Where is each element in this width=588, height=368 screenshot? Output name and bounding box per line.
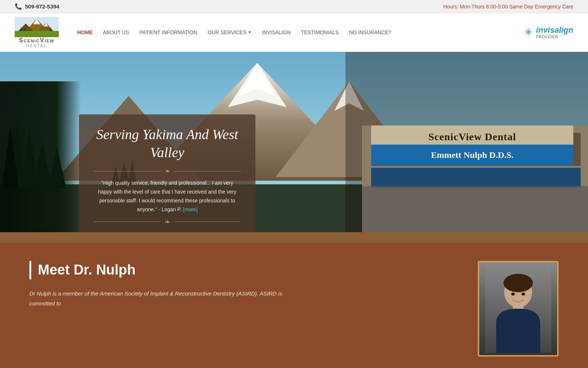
hero-quote-text: "High quality service, friendly and prof… (94, 179, 241, 214)
meet-title-bar: Meet Dr. Nulph (29, 261, 448, 279)
divider-line-left (94, 171, 161, 171)
nav-link-services[interactable]: OUR SERVICES ▼ (208, 29, 251, 35)
doctor-photo (479, 262, 557, 355)
title-accent-bar (29, 261, 31, 279)
svg-point-35 (503, 274, 533, 292)
nav-link-insurance[interactable]: NO INSURANCE? (349, 29, 391, 35)
hero-content-box: Serving Yakima And West Valley ❧ "High q… (79, 114, 255, 232)
nav-links: HOME ABOUT US PATIENT INFORMATION OUR SE… (77, 29, 513, 35)
hero-divider-top: ❧ (94, 167, 241, 175)
building-sign: ScenicView Dental Emmett Nulph D.D.S. (371, 125, 573, 166)
ornament-icon: ❧ (165, 167, 170, 175)
phone-icon: 📞 (15, 3, 22, 10)
logo-text-line1: ScenicView (19, 37, 54, 44)
top-bar: 📞 509-972-5394 Hours: Mon-Thurs 8:00-5:0… (0, 0, 588, 13)
nav-link-about[interactable]: ABOUT US (103, 29, 129, 35)
doctor-silhouette-icon (485, 265, 551, 353)
logo-text-line2: Dental (19, 44, 54, 48)
hours-text: Hours: Mon-Thurs 8:00-5:00 Same Day Emer… (443, 4, 573, 10)
divider-line-left-2 (94, 222, 161, 222)
services-label: OUR SERVICES (208, 29, 247, 35)
invisalign-logo-text: invisalign (536, 25, 573, 35)
meet-content: Meet Dr. Nulph Dr Nulph is a member of t… (29, 261, 448, 308)
hero-title: Serving Yakima And West Valley (94, 125, 241, 162)
ornament-icon-2: ❧ (165, 218, 170, 226)
hero-divider-bottom: ❧ (94, 218, 241, 226)
dropdown-arrow-icon: ▼ (248, 30, 252, 34)
meet-description: Dr Nulph is a member of the American Soc… (29, 289, 287, 308)
divider-line-right-2 (174, 222, 241, 222)
brown-stripe (0, 232, 588, 243)
svg-rect-6 (15, 31, 59, 37)
nav-link-patient[interactable]: PATIENT INFORMATION (139, 29, 197, 35)
nav-link-invisalign[interactable]: INVISALIGN (262, 29, 291, 35)
nav-link-testimonials[interactable]: TESTIMONIALS (301, 29, 339, 35)
navbar: ScenicView Dental HOME ABOUT US PATIENT … (0, 13, 588, 52)
logo[interactable]: ScenicView Dental (15, 17, 59, 48)
hours-display: Hours: Mon-Thurs 8:00-5:00 Same Day Emer… (443, 4, 573, 10)
more-link[interactable]: [more] (183, 206, 198, 212)
phone-display[interactable]: 📞 509-972-5394 (15, 3, 59, 10)
divider-line-right (174, 171, 241, 171)
doctor-photo-frame (478, 261, 559, 357)
meet-section: Meet Dr. Nulph Dr Nulph is a member of t… (0, 243, 588, 368)
invisalign-badge: ✳ invisalign PROVIDER (524, 25, 573, 39)
phone-number: 509-972-5394 (25, 3, 59, 10)
svg-point-38 (521, 293, 525, 296)
invisalign-snowflake-icon: ✳ (524, 26, 533, 38)
invisalign-provider-text: PROVIDER (536, 35, 573, 39)
sign-line1: ScenicView Dental (428, 131, 516, 142)
logo-mountain-icon (15, 17, 59, 37)
nav-link-home[interactable]: HOME (77, 29, 93, 35)
svg-point-37 (511, 293, 515, 296)
meet-title: Meet Dr. Nulph (38, 262, 136, 278)
sign-line2: Emmett Nulph D.D.S. (431, 150, 514, 160)
hero-section: ScenicView Dental Emmett Nulph D.D.S. Se… (0, 52, 588, 232)
